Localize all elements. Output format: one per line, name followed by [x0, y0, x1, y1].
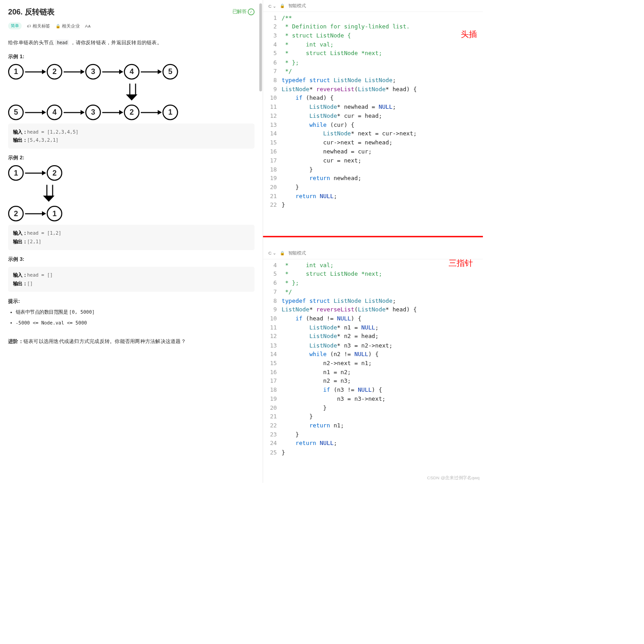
arrow-icon	[102, 71, 123, 72]
line-number: 3	[263, 31, 277, 40]
example-io: 输入：head = []输出：[]	[8, 267, 255, 292]
code-line[interactable]: * int val;	[282, 40, 483, 49]
code-line[interactable]: while (n2 != NULL) {	[282, 350, 483, 359]
code-line[interactable]: return NULL;	[282, 191, 483, 200]
code-line[interactable]: n3 = n3->next;	[282, 394, 483, 403]
line-number: 9	[263, 305, 277, 314]
arrow-icon	[64, 112, 84, 113]
line-number: 17	[263, 156, 277, 165]
lock-icon: 🔒	[280, 4, 285, 9]
companies-button[interactable]: 🔒相关企业	[56, 23, 79, 29]
diagram: 1234554321	[8, 64, 255, 120]
code-line[interactable]: return NULL;	[282, 439, 483, 448]
problem-panel: 206. 反转链表 已解答 简单 🏷相关标签 🔒相关企业 Aᴀ 给你单链表的头节…	[0, 0, 263, 483]
code-line[interactable]: newhead = cur;	[282, 147, 483, 156]
line-number: 4	[263, 40, 277, 49]
arrow-icon	[102, 112, 123, 113]
code-line[interactable]: }	[282, 403, 483, 412]
lock-icon: 🔒	[56, 23, 60, 28]
code-line[interactable]: }	[282, 165, 483, 174]
annotation-label: 三指针	[449, 257, 473, 268]
line-number: 25	[263, 448, 277, 457]
code-line[interactable]: if (head) {	[282, 93, 483, 102]
line-number: 11	[263, 323, 277, 332]
code-line[interactable]: * };	[282, 58, 483, 67]
code-line[interactable]: * };	[282, 278, 483, 287]
code-line[interactable]: */	[282, 287, 483, 296]
code-line[interactable]: ListNode* n3 = n2->next;	[282, 341, 483, 350]
diagram-node: 3	[85, 105, 101, 120]
line-number: 15	[263, 358, 277, 367]
language-selector[interactable]: C ⌄	[269, 3, 277, 8]
down-arrow-icon	[127, 83, 137, 101]
line-number: 6	[263, 278, 277, 287]
code-line[interactable]: }	[282, 412, 483, 421]
line-number: 14	[263, 350, 277, 359]
code-line[interactable]: return newhead;	[282, 174, 483, 183]
arrow-icon	[141, 112, 161, 113]
diagram-node: 2	[47, 64, 63, 80]
line-number: 13	[263, 341, 277, 350]
code-line[interactable]: typedef struct ListNode ListNode;	[282, 76, 483, 85]
code-line[interactable]: ListNode* reverseList(ListNode* head) {	[282, 305, 483, 314]
font-size-button[interactable]: Aᴀ	[85, 23, 91, 28]
annotation-label: 头插	[461, 29, 477, 40]
code-line[interactable]: * struct ListNode *next;	[282, 49, 483, 58]
hint-item: -5000 <= Node.val <= 5000	[16, 319, 255, 326]
code-line[interactable]: }	[282, 430, 483, 439]
code-line[interactable]: if (n3 != NULL) {	[282, 385, 483, 394]
line-number: 21	[263, 191, 277, 200]
code-line[interactable]: ListNode* cur = head;	[282, 111, 483, 120]
code-line[interactable]: */	[282, 67, 483, 76]
watermark: CSDN @念来过倒字名qwq	[427, 475, 480, 481]
code-line[interactable]: return n1;	[282, 421, 483, 430]
code-line[interactable]: cur = next;	[282, 156, 483, 165]
arrow-icon	[64, 71, 84, 72]
code-line[interactable]: ListNode* next = cur->next;	[282, 129, 483, 138]
code-line[interactable]: ListNode* n2 = head;	[282, 332, 483, 341]
tags-button[interactable]: 🏷相关标签	[27, 23, 50, 29]
arrow-icon	[25, 172, 46, 173]
code-line[interactable]: ListNode* n1 = NULL;	[282, 323, 483, 332]
editor-mode[interactable]: 智能模式	[288, 3, 306, 9]
code-line[interactable]: n2 = n3;	[282, 376, 483, 385]
line-number: 10	[263, 314, 277, 323]
editor-mode[interactable]: 智能模式	[288, 250, 306, 256]
code-line[interactable]: /**	[282, 13, 483, 22]
code-line[interactable]: typedef struct ListNode ListNode;	[282, 296, 483, 305]
code-line[interactable]: cur->next = newhead;	[282, 138, 483, 147]
code-line[interactable]: n1 = n2;	[282, 367, 483, 376]
line-number: 8	[263, 76, 277, 85]
hints-title: 提示:	[8, 298, 255, 304]
code-line[interactable]: }	[282, 200, 483, 209]
code-editor[interactable]: 45678910111213141516171819202122232425 *…	[263, 259, 483, 458]
scrollbar[interactable]	[259, 4, 262, 92]
code-line[interactable]: if (head != NULL) {	[282, 314, 483, 323]
code-line[interactable]: ListNode* reverseList(ListNode* head) {	[282, 84, 483, 93]
code-line[interactable]: ListNode* newhead = NULL;	[282, 102, 483, 111]
difficulty-badge: 简单	[8, 23, 22, 30]
code-line[interactable]: }	[282, 183, 483, 192]
language-selector[interactable]: C ⌄	[269, 250, 277, 255]
example-io: 输入：head = [1,2,3,4,5]输出：[5,4,3,2,1]	[8, 124, 255, 149]
hints-section: 提示: 链表中节点的数目范围是 [0, 5000] -5000 <= Node.…	[8, 298, 255, 326]
code-line[interactable]: while (cur) {	[282, 120, 483, 129]
code-line[interactable]: }	[282, 448, 483, 457]
diagram-node: 2	[47, 165, 63, 181]
chevron-down-icon: ⌄	[273, 3, 276, 8]
diagram-node: 5	[8, 105, 24, 120]
line-number: 11	[263, 102, 277, 111]
line-number: 20	[263, 403, 277, 412]
line-number: 22	[263, 200, 277, 209]
line-number: 4	[263, 260, 277, 269]
line-number: 7	[263, 67, 277, 76]
code-line[interactable]: * struct ListNode *next;	[282, 269, 483, 278]
code-line[interactable]: * struct ListNode {	[282, 31, 483, 40]
code-line[interactable]: n2->next = n1;	[282, 358, 483, 367]
line-number: 16	[263, 367, 277, 376]
tag-icon: 🏷	[27, 23, 31, 28]
code-line[interactable]: * Definition for singly-linked list.	[282, 22, 483, 31]
line-number: 14	[263, 129, 277, 138]
code-editor[interactable]: 12345678910111213141516171819202122 /** …	[263, 12, 483, 211]
example-title: 示例 2:	[8, 155, 255, 161]
